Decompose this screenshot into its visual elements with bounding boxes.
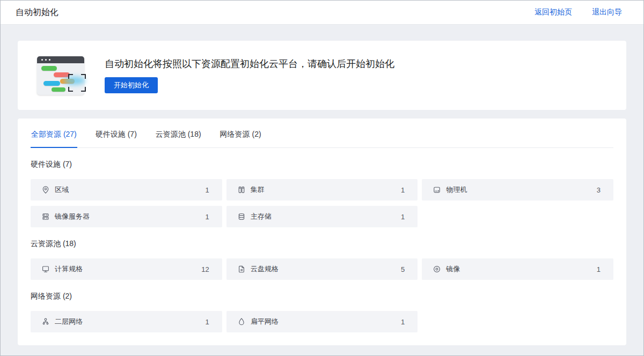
resource-item-count: 1 [401, 213, 405, 221]
resource-item-label: 云盘规格 [251, 264, 279, 274]
resource-item-image: 镜像 1 [422, 258, 613, 280]
resource-item-label: 物理机 [446, 185, 467, 195]
resource-item-physical-machine: 物理机 3 [422, 179, 613, 201]
resource-item-flat-network: 扁平网络 1 [226, 311, 418, 332]
flat-network-icon [237, 317, 246, 326]
resource-item-count: 12 [201, 265, 209, 273]
resource-tabs: 全部资源 (27) 硬件设施 (7) 云资源池 (18) 网络资源 (2) [31, 118, 613, 148]
section-hardware-facilities: 硬件设施 (7) 区域 1 集群 1 [31, 160, 613, 227]
resources-card: 全部资源 (27) 硬件设施 (7) 云资源池 (18) 网络资源 (2) 硬件… [18, 118, 626, 345]
section-title: 网络资源 (2) [31, 292, 613, 301]
resource-item-cluster: 集群 1 [226, 179, 418, 201]
initialization-illustration [37, 56, 86, 95]
resource-item-label: 镜像 [446, 264, 460, 274]
disk-spec-icon [237, 265, 246, 273]
resource-item-count: 5 [401, 265, 405, 273]
resource-item-compute-spec: 计算规格 12 [31, 258, 222, 280]
resource-item-label: 集群 [251, 185, 265, 195]
resource-item-count: 1 [401, 186, 405, 194]
resource-item-count: 1 [401, 318, 405, 326]
resource-grid: 二层网络 1 扁平网络 1 [31, 311, 613, 332]
resource-item-label: 区域 [55, 185, 69, 195]
hero-card: 自动初始化将按照以下资源配置初始化云平台，请确认后开始初始化 开始初始化 [18, 41, 626, 110]
resource-item-label: 扁平网络 [251, 317, 279, 327]
page-header: 自动初始化 返回初始页 退出向导 [1, 1, 643, 25]
section-title: 云资源池 (18) [31, 239, 613, 249]
section-title: 硬件设施 (7) [31, 160, 613, 169]
resource-grid: 计算规格 12 云盘规格 5 镜像 [31, 258, 613, 280]
resource-item-image-server: 镜像服务器 1 [31, 206, 222, 227]
resource-item-zone: 区域 1 [31, 179, 222, 201]
resource-item-primary-storage: 主存储 1 [226, 206, 418, 227]
compute-spec-icon [41, 265, 50, 273]
header-links: 返回初始页 退出向导 [535, 8, 622, 17]
focus-bracket-graphic [68, 74, 86, 92]
resource-item-label: 主存储 [251, 212, 272, 221]
back-to-start-link[interactable]: 返回初始页 [535, 8, 572, 17]
section-network-resources: 网络资源 (2) 二层网络 1 扁平网络 1 [31, 292, 613, 332]
resource-item-disk-spec: 云盘规格 5 [226, 258, 418, 280]
page: 自动初始化 返回初始页 退出向导 [0, 0, 644, 356]
tab-all-resources[interactable]: 全部资源 (27) [31, 118, 77, 148]
resource-item-label: 镜像服务器 [55, 212, 90, 221]
start-initialization-button[interactable]: 开始初始化 [105, 77, 158, 93]
resource-item-count: 3 [597, 186, 601, 194]
primary-storage-icon [237, 212, 246, 221]
resource-item-l2-network: 二层网络 1 [31, 311, 222, 332]
resource-item-count: 1 [597, 265, 601, 273]
resource-item-count: 1 [205, 186, 209, 194]
image-icon [433, 265, 441, 273]
resource-item-count: 1 [205, 213, 209, 221]
zone-icon [41, 186, 50, 194]
physical-machine-icon [433, 186, 441, 194]
exit-wizard-link[interactable]: 退出向导 [592, 8, 622, 17]
resource-grid: 区域 1 集群 1 物理机 [31, 179, 613, 227]
hero-text: 自动初始化将按照以下资源配置初始化云平台，请确认后开始初始化 开始初始化 [105, 57, 394, 93]
tab-cloud-resource-pool[interactable]: 云资源池 (18) [155, 118, 202, 148]
l2-network-icon [41, 317, 50, 326]
tab-network-resources[interactable]: 网络资源 (2) [219, 118, 262, 148]
page-title: 自动初始化 [16, 7, 58, 18]
window-titlebar-graphic [37, 56, 84, 63]
section-cloud-resource-pool: 云资源池 (18) 计算规格 12 云盘规格 5 [31, 239, 613, 280]
resource-item-count: 1 [205, 318, 209, 326]
resource-item-label: 计算规格 [55, 264, 83, 274]
main-content: 自动初始化将按照以下资源配置初始化云平台，请确认后开始初始化 开始初始化 全部资… [1, 25, 643, 345]
tab-hardware-facilities[interactable]: 硬件设施 (7) [95, 118, 137, 148]
image-server-icon [41, 212, 50, 221]
cluster-icon [237, 186, 246, 194]
resource-item-label: 二层网络 [55, 317, 83, 327]
hero-description: 自动初始化将按照以下资源配置初始化云平台，请确认后开始初始化 [105, 57, 394, 70]
